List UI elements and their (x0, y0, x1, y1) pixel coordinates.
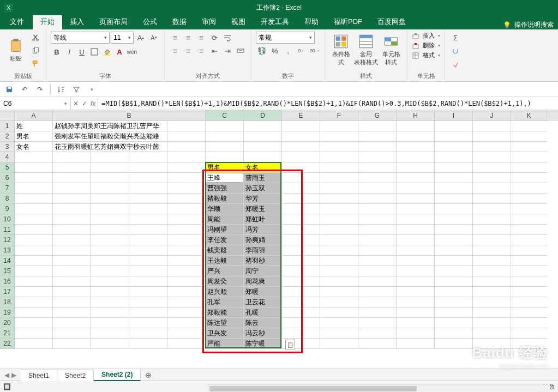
format-cells-button[interactable]: 格式▾ (412, 51, 440, 59)
col-header-I[interactable]: I (435, 110, 473, 121)
cell-C5[interactable]: 男名 (206, 162, 243, 172)
tell-me-label[interactable]: 操作说明搜索 (514, 20, 554, 29)
save-button[interactable] (3, 83, 15, 95)
table-format-button[interactable]: 套用 表格格式 (355, 32, 377, 69)
align-top-button[interactable]: ≡ (169, 32, 181, 44)
row-header-15[interactable]: 15 (0, 266, 15, 276)
cell-D8[interactable]: 华芳 (244, 194, 281, 203)
undo-button[interactable]: ↶ (19, 83, 31, 95)
sheet-nav-prev[interactable]: ◀ (4, 371, 9, 379)
sheet-nav-next[interactable]: ▶ (11, 371, 16, 379)
tab-foxit[interactable]: 福昕PDF (326, 14, 370, 29)
col-header-G[interactable]: G (358, 110, 397, 121)
indent-left-button[interactable]: ⇤ (208, 45, 220, 57)
tab-help[interactable]: 帮助 (297, 14, 326, 29)
row-header-8[interactable]: 8 (0, 194, 15, 204)
row-header-7[interactable]: 7 (0, 183, 15, 194)
inc-decimal-button[interactable]: .0← (295, 45, 307, 57)
cell-D17[interactable]: 郑暖 (244, 287, 281, 297)
col-header-E[interactable]: E (282, 110, 320, 121)
row-header-9[interactable]: 9 (0, 204, 15, 214)
bold-button[interactable]: B (51, 46, 63, 58)
add-sheet-button[interactable]: ⊕ (141, 371, 156, 379)
cell-C11[interactable]: 冯刚望 (206, 225, 243, 234)
col-header-B[interactable]: B (53, 110, 206, 121)
cell-C9[interactable]: 华顺 (206, 204, 243, 214)
underline-button[interactable]: U (76, 46, 88, 58)
cell-styles-button[interactable]: 单元格样式 (380, 32, 403, 69)
wrap-text-button[interactable] (221, 32, 233, 44)
cell-D5[interactable]: 女名 (244, 162, 281, 172)
tab-layout[interactable]: 页面布局 (92, 14, 135, 29)
cell-D13[interactable]: 李雨羽 (244, 245, 281, 255)
format-painter-button[interactable] (29, 58, 41, 70)
cell-C20[interactable]: 陈达望 (206, 318, 243, 328)
row-header-11[interactable]: 11 (0, 225, 15, 235)
currency-button[interactable]: 💱 (256, 45, 268, 57)
cancel-formula-icon[interactable]: ✕ (73, 100, 79, 107)
cell-C21[interactable]: 卫兴发 (206, 328, 243, 338)
indent-right-button[interactable]: ⇥ (221, 45, 233, 57)
insert-cells-button[interactable]: 插入▾ (412, 32, 440, 40)
cell-B2[interactable]: 强刚发军任望旺福毅奕顺兴亮达能峰 (53, 131, 205, 141)
cell-B1[interactable]: 赵钱孙李周吴郑王冯陈褚卫孔曹严华 (53, 121, 205, 131)
delete-cells-button[interactable]: 删除▾ (412, 41, 440, 50)
row-header-21[interactable]: 21 (0, 328, 15, 339)
paste-button[interactable]: 粘贴 (4, 32, 27, 69)
cell-D21[interactable]: 冯云秒 (244, 328, 281, 338)
spreadsheet-grid[interactable]: ABCDEFGHIJK 1234567891011121314151617181… (0, 110, 558, 369)
redo-button[interactable]: ↷ (34, 83, 46, 95)
row-header-6[interactable]: 6 (0, 173, 15, 183)
cell-D12[interactable]: 孙爽娟 (244, 235, 281, 245)
font-name-combo[interactable]: 等线▾ (51, 32, 110, 44)
row-header-17[interactable]: 17 (0, 287, 15, 297)
active-cell[interactable]: 王峰 (206, 173, 243, 182)
col-header-J[interactable]: J (473, 110, 511, 121)
tab-review[interactable]: 审阅 (194, 14, 224, 29)
row-header-16[interactable]: 16 (0, 276, 15, 287)
row-header-22[interactable]: 22 (0, 339, 15, 349)
cell-A2[interactable]: 男名 (15, 131, 52, 141)
italic-button[interactable]: I (63, 46, 75, 58)
row-header-19[interactable]: 19 (0, 307, 15, 318)
cell-C12[interactable]: 李任发 (206, 235, 243, 245)
merge-button[interactable] (235, 45, 247, 57)
paste-options-button[interactable]: 📋 (285, 340, 295, 349)
cond-format-button[interactable]: 条件格式 (329, 32, 352, 69)
cell-D22[interactable]: 陈宁暖 (244, 339, 281, 348)
cell-C8[interactable]: 褚毅毅 (206, 194, 243, 203)
sheet-tab-sheet2(2)[interactable]: Sheet2 (2) (94, 369, 141, 381)
cell-D19[interactable]: 孔暖 (244, 307, 281, 317)
font-size-combo[interactable]: 11▾ (111, 32, 134, 44)
tab-data[interactable]: 数据 (165, 14, 194, 29)
cell-C10[interactable]: 周能 (206, 214, 243, 224)
cell-D6[interactable]: 曹雨玉 (244, 173, 281, 183)
row-header-2[interactable]: 2 (0, 131, 15, 142)
align-center-button[interactable]: ≡ (182, 45, 194, 57)
col-header-K[interactable]: K (511, 110, 547, 121)
col-header-F[interactable]: F (320, 110, 358, 121)
select-all-corner[interactable] (0, 110, 15, 121)
fill-color-button[interactable] (101, 46, 113, 58)
cell-C16[interactable]: 周发奕 (206, 276, 243, 286)
fx-icon[interactable]: fx (91, 100, 95, 107)
horizontal-scrollbar[interactable] (207, 384, 550, 392)
phonetic-button[interactable]: wén (126, 46, 138, 58)
comma-button[interactable]: , (282, 45, 294, 57)
align-left-button[interactable]: ≡ (169, 45, 181, 57)
tab-view[interactable]: 视图 (224, 14, 253, 29)
filter-button[interactable] (70, 83, 82, 95)
dec-decimal-button[interactable]: .00→ (308, 45, 320, 57)
cell-C22[interactable]: 严能 (206, 339, 243, 348)
row-header-4[interactable]: 4 (0, 152, 15, 162)
cell-D20[interactable]: 陈云 (244, 318, 281, 328)
col-header-C[interactable]: C (206, 110, 244, 121)
row-header-1[interactable]: 1 (0, 121, 15, 131)
cell-D11[interactable]: 冯芳 (244, 225, 281, 234)
tab-baidu[interactable]: 百度网盘 (370, 14, 413, 29)
cell-C7[interactable]: 曹强强 (206, 183, 243, 193)
cell-A3[interactable]: 女名 (15, 142, 52, 152)
cell-C18[interactable]: 孔军 (206, 297, 243, 307)
row-header-20[interactable]: 20 (0, 318, 15, 328)
tab-file[interactable]: 文件 (1, 14, 33, 29)
